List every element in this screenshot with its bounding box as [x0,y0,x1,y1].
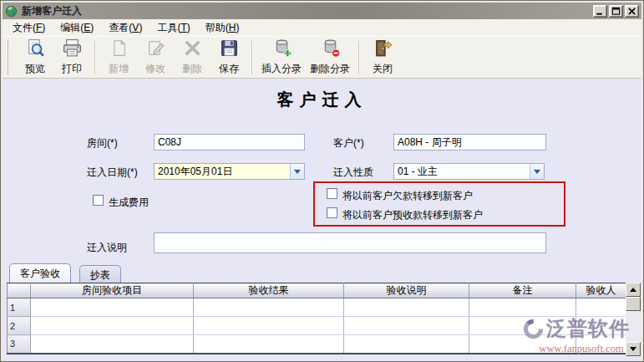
table-cell[interactable] [31,298,194,317]
move-in-nature-label: 迁入性质 [333,166,373,180]
generate-fee-label: 生成费用 [109,196,149,210]
triangle-up-icon [630,288,636,292]
close-door-icon [373,38,393,61]
print-icon [62,38,83,61]
table-cell[interactable] [344,335,469,354]
row-number-cell: 3 [8,335,31,354]
edit-icon [145,38,166,61]
table-cell[interactable] [469,335,576,354]
chevron-down-icon [294,170,301,174]
new-icon [109,38,129,61]
table-cell[interactable] [576,335,626,354]
move-in-date-label: 迁入日期(*) [87,166,138,180]
titlebar: 新增客户迁入 [3,3,641,19]
minimize-button[interactable] [593,5,607,18]
scroll-up-button[interactable] [626,283,641,297]
room-label: 房间(*) [87,136,118,150]
customer-label: 客户(*) [333,136,364,150]
table-row: 2 [8,317,626,335]
table-cell[interactable] [194,335,344,354]
transfer-debt-label: 将以前客户欠款转移到新客户 [342,189,473,203]
table-header-row: 房间验收项目 验收结果 验收说明 备注 验收人 [8,283,626,298]
table-row: 1 [8,298,626,317]
page-title: 客户迁入 [3,89,641,111]
table-cell[interactable] [469,317,576,335]
insert-entry-button[interactable]: 插入分录 [257,38,306,77]
preview-icon [25,38,46,61]
table-row: 3 [8,335,626,354]
toolbar-separator [94,41,96,74]
scroll-thumb[interactable] [626,297,641,311]
table-vertical-scrollbar[interactable] [626,283,641,356]
delete-icon [182,38,203,61]
move-in-note-input[interactable] [154,232,546,253]
app-window: 新增客户迁入 文件(F) 编辑(E) 查看(V) 工具(T) 帮助(H) [0,0,644,362]
tab-customer-acceptance[interactable]: 客户验收 [9,263,71,283]
menu-item-file[interactable]: 文件(F) [5,19,53,37]
print-button[interactable]: 打印 [53,38,90,77]
nature-dropdown-button[interactable] [530,164,544,179]
acceptance-table: 房间验收项目 验收结果 验收说明 备注 验收人 1 [7,283,626,354]
column-header-corner [8,283,31,298]
move-in-nature-combobox[interactable]: 01 - 业主 [393,163,545,180]
maximize-icon [611,7,621,16]
toolbar-close-button[interactable]: 关闭 [364,38,401,77]
form-panel: 客户迁入 房间(*) 客户(*) 迁入日期(*) 2010年05月01日 迁入性… [3,79,641,361]
column-header-acceptor[interactable]: 验收人 [576,283,626,298]
transfer-prepaid-checkbox[interactable] [327,207,337,218]
table-cell[interactable] [344,317,469,335]
triangle-down-icon [630,347,636,351]
table-cell[interactable] [31,335,194,354]
preview-button[interactable]: 预览 [17,38,53,77]
menu-item-tools[interactable]: 工具(T) [150,19,197,37]
scroll-down-button[interactable] [626,342,641,356]
menu-item-view[interactable]: 查看(V) [101,19,150,37]
toolbar: 预览 打印 新增 修改 [3,36,641,79]
transfer-debt-checkbox[interactable] [327,188,337,199]
window-title: 新增客户迁入 [22,4,82,18]
save-icon [219,38,240,61]
insert-entry-icon [271,38,292,61]
table-cell[interactable] [344,298,469,317]
toolbar-grip[interactable] [8,41,11,74]
save-button[interactable]: 保存 [210,38,247,77]
maximize-button[interactable] [609,5,623,18]
move-in-note-label: 迁入说明 [87,241,127,255]
transfer-prepaid-label: 将以前客户预收款转移到新客户 [342,208,483,222]
modify-button: 修改 [137,38,174,77]
table-cell[interactable] [576,317,626,335]
new-button: 新增 [100,38,137,77]
app-icon [5,5,18,18]
toolbar-separator [251,41,253,74]
customer-input[interactable] [393,134,546,150]
menu-item-help[interactable]: 帮助(H) [198,19,247,37]
move-in-date-combobox[interactable]: 2010年05月01日 [154,163,305,180]
table-cell[interactable] [469,298,576,317]
table-cell[interactable] [194,298,344,317]
delete-entry-icon [320,38,341,61]
minimize-icon [596,7,605,16]
row-number-cell: 1 [8,298,31,317]
column-header-description[interactable]: 验收说明 [344,283,469,298]
menubar: 文件(F) 编辑(E) 查看(V) 工具(T) 帮助(H) [3,19,641,36]
delete-button: 删除 [174,38,210,77]
tab-meter-reading[interactable]: 抄表 [79,265,121,283]
toolbar-separator [358,41,360,74]
close-button[interactable] [625,5,639,18]
column-header-result[interactable]: 验收结果 [194,283,344,298]
row-number-cell: 2 [8,317,31,335]
delete-entry-button[interactable]: 删除分录 [306,38,354,77]
menu-item-edit[interactable]: 编辑(E) [53,19,101,37]
close-icon [627,7,636,16]
column-header-remark[interactable]: 备注 [469,283,576,298]
table-cell[interactable] [194,317,344,335]
column-header-room-item[interactable]: 房间验收项目 [31,283,194,298]
room-input[interactable] [154,134,305,150]
table-cell[interactable] [576,298,626,317]
date-dropdown-button[interactable] [290,164,304,179]
table-cell[interactable] [31,317,194,335]
generate-fee-checkbox[interactable] [93,195,104,206]
chevron-down-icon [534,170,540,174]
